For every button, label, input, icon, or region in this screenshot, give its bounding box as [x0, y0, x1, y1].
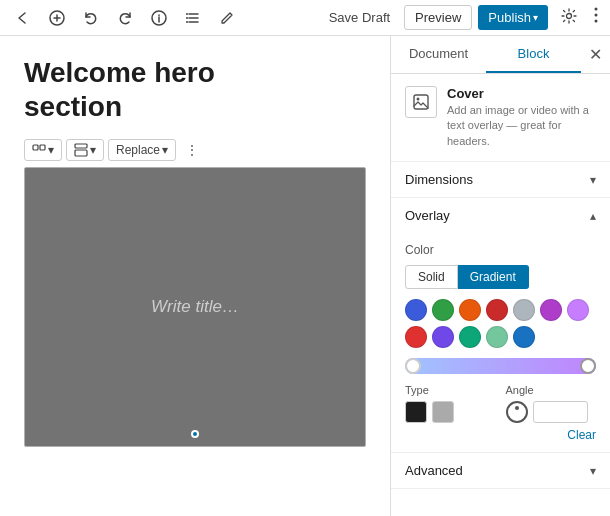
advanced-arrow-icon: ▾	[590, 464, 596, 478]
toolbar-right: Save Draft Preview Publish ▾	[321, 2, 602, 33]
layout-arrow: ▾	[90, 143, 96, 157]
tab-document[interactable]: Document	[391, 36, 486, 73]
page-title: Welcome hero section	[24, 56, 366, 123]
type-swatch-gray[interactable]	[432, 401, 454, 423]
type-label: Type	[405, 384, 496, 396]
tab-block[interactable]: Block	[486, 36, 581, 73]
gradient-tab[interactable]: Gradient	[458, 265, 529, 289]
sidebar-close-button[interactable]: ✕	[581, 37, 610, 72]
cover-block[interactable]: Write title…	[24, 167, 366, 447]
color-swatch-teal[interactable]	[459, 326, 481, 348]
color-swatches	[405, 299, 596, 348]
svg-rect-11	[75, 144, 87, 148]
type-section: Type	[405, 384, 496, 423]
color-swatch-red[interactable]	[486, 299, 508, 321]
color-swatch-bright-red[interactable]	[405, 326, 427, 348]
type-swatch-black[interactable]	[405, 401, 427, 423]
align-button[interactable]: ▾	[24, 139, 62, 161]
svg-point-6	[595, 8, 598, 11]
svg-rect-9	[33, 145, 38, 150]
preview-button[interactable]: Preview	[404, 5, 472, 30]
color-swatch-orange[interactable]	[459, 299, 481, 321]
svg-point-2	[186, 13, 188, 15]
svg-point-14	[417, 98, 420, 101]
angle-dot	[515, 406, 519, 410]
cover-block-dot	[191, 430, 199, 438]
save-draft-button[interactable]: Save Draft	[321, 6, 398, 29]
svg-point-5	[567, 13, 572, 18]
svg-point-7	[595, 14, 598, 17]
cover-info-text: Cover Add an image or video with a text …	[447, 86, 596, 149]
clear-button[interactable]: Clear	[567, 428, 596, 442]
angle-label: Angle	[506, 384, 597, 396]
gradient-thumb-left[interactable]	[405, 358, 421, 374]
color-swatch-light-purple[interactable]	[567, 299, 589, 321]
list-view-button[interactable]	[178, 5, 208, 31]
edit-button[interactable]	[212, 5, 242, 31]
clear-section: Clear	[405, 428, 596, 442]
cover-placeholder: Write title…	[151, 297, 239, 317]
color-swatch-purple[interactable]	[540, 299, 562, 321]
overlay-toggle[interactable]: Overlay ▴	[391, 198, 610, 233]
dimensions-toggle[interactable]: Dimensions ▾	[391, 162, 610, 197]
advanced-toggle[interactable]: Advanced ▾	[391, 453, 610, 488]
cover-info-section: Cover Add an image or video with a text …	[391, 74, 610, 162]
replace-arrow: ▾	[162, 143, 168, 157]
overlay-section: Overlay ▴ Color Solid Gradient	[391, 198, 610, 453]
advanced-section: Advanced ▾	[391, 453, 610, 489]
type-angle-row: Type Angle	[405, 384, 596, 423]
color-swatch-gray[interactable]	[513, 299, 535, 321]
angle-section: Angle	[506, 384, 597, 423]
gradient-slider-track	[405, 358, 596, 374]
redo-button[interactable]	[110, 5, 140, 31]
angle-circle[interactable]	[506, 401, 528, 423]
angle-input-row	[506, 401, 597, 423]
more-options-button[interactable]	[590, 2, 602, 33]
dimensions-section: Dimensions ▾	[391, 162, 610, 198]
color-swatch-violet[interactable]	[432, 326, 454, 348]
cover-block-icon	[405, 86, 437, 118]
cover-block-desc: Add an image or video with a text overla…	[447, 103, 596, 149]
align-arrow: ▾	[48, 143, 54, 157]
settings-button[interactable]	[554, 3, 584, 33]
main-toolbar: Save Draft Preview Publish ▾	[0, 0, 610, 36]
publish-button[interactable]: Publish ▾	[478, 5, 548, 30]
layout-button[interactable]: ▾	[66, 139, 104, 161]
svg-rect-13	[414, 95, 428, 109]
color-swatch-light-green[interactable]	[486, 326, 508, 348]
back-button[interactable]	[8, 5, 38, 31]
type-swatches	[405, 401, 496, 423]
svg-rect-10	[40, 145, 45, 150]
color-swatch-green[interactable]	[432, 299, 454, 321]
overlay-arrow-icon: ▴	[590, 209, 596, 223]
undo-button[interactable]	[76, 5, 106, 31]
add-block-button[interactable]	[42, 5, 72, 31]
cover-block-title: Cover	[447, 86, 596, 101]
main-layout: Welcome hero section ▾ ▾ Replace ▾ ⋮ Wri…	[0, 36, 610, 516]
sidebar-panel: Document Block ✕ Cover Add an image or v…	[390, 36, 610, 516]
svg-rect-12	[75, 150, 87, 156]
svg-point-3	[186, 17, 188, 19]
color-type-tabs: Solid Gradient	[405, 265, 596, 289]
solid-tab[interactable]: Solid	[405, 265, 458, 289]
svg-point-8	[595, 20, 598, 23]
sidebar-tabs: Document Block ✕	[391, 36, 610, 74]
angle-input[interactable]	[533, 401, 588, 423]
block-toolbar: ▾ ▾ Replace ▾ ⋮	[24, 139, 366, 161]
dimensions-arrow-icon: ▾	[590, 173, 596, 187]
replace-button[interactable]: Replace ▾	[108, 139, 176, 161]
color-swatch-dark-blue[interactable]	[513, 326, 535, 348]
editor-area: Welcome hero section ▾ ▾ Replace ▾ ⋮ Wri…	[0, 36, 390, 516]
publish-arrow-icon: ▾	[533, 12, 538, 23]
gradient-slider-wrap	[405, 358, 596, 374]
color-swatch-blue[interactable]	[405, 299, 427, 321]
info-button[interactable]	[144, 5, 174, 31]
gradient-thumb-right[interactable]	[580, 358, 596, 374]
color-section: Color Solid Gradient	[391, 233, 610, 452]
block-more-button[interactable]: ⋮	[180, 139, 204, 161]
color-label: Color	[405, 243, 596, 257]
svg-point-4	[186, 21, 188, 23]
toolbar-left	[8, 5, 242, 31]
